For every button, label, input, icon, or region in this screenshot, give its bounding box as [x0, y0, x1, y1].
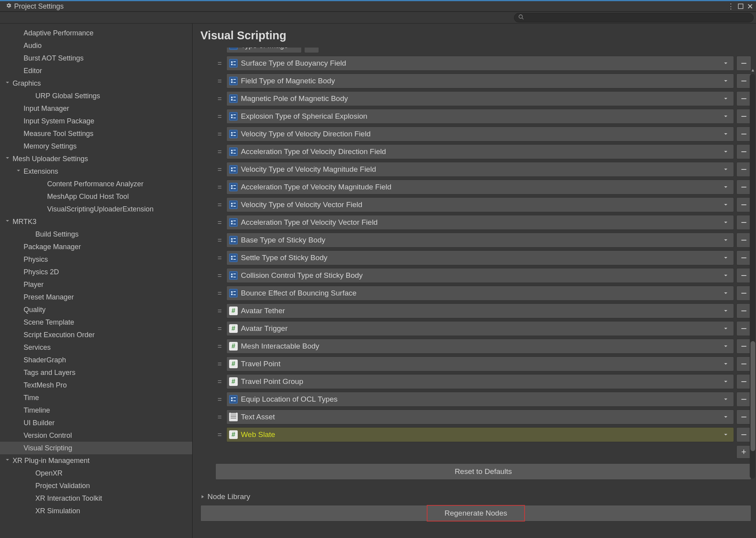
- sidebar-item[interactable]: Adaptive Performance: [0, 27, 192, 39]
- sidebar-item[interactable]: OpenXR: [0, 467, 192, 479]
- node-library-foldout[interactable]: Node Library: [200, 492, 751, 501]
- remove-button[interactable]: −: [736, 427, 751, 442]
- type-select[interactable]: Velocity Type of Velocity Direction Fiel…: [226, 127, 734, 141]
- type-select[interactable]: #Web Slate: [226, 427, 734, 442]
- sidebar-item[interactable]: Physics: [0, 253, 192, 266]
- type-select[interactable]: Equip Location of OCL Types: [226, 392, 734, 407]
- type-select[interactable]: Text Asset: [226, 409, 734, 424]
- regenerate-nodes-button[interactable]: Regenerate Nodes: [200, 505, 751, 521]
- type-select[interactable]: Magnetic Pole of Magnetic Body: [226, 91, 734, 106]
- drag-handle-icon[interactable]: =: [215, 148, 224, 156]
- window-tab[interactable]: Project Settings: [2, 1, 67, 11]
- sidebar-item[interactable]: Quality: [0, 303, 192, 316]
- type-select[interactable]: Base Type of Sticky Body: [226, 233, 734, 248]
- sidebar-item[interactable]: Memory Settings: [0, 140, 192, 152]
- sidebar-item[interactable]: XR Plug-in Management: [0, 454, 192, 467]
- type-select[interactable]: Acceleration Type of Velocity Direction …: [226, 144, 734, 159]
- sidebar-item[interactable]: Player: [0, 278, 192, 291]
- sidebar-item[interactable]: TextMesh Pro: [0, 379, 192, 391]
- remove-button[interactable]: −: [736, 374, 751, 389]
- sidebar-item[interactable]: Mesh Uploader Settings: [0, 152, 192, 165]
- sidebar-item[interactable]: Extensions: [0, 165, 192, 178]
- vertical-scrollbar[interactable]: ▲: [750, 74, 756, 479]
- sidebar-item[interactable]: Build Settings: [0, 228, 192, 241]
- remove-button[interactable]: −: [736, 180, 751, 195]
- sidebar-item[interactable]: VisualScriptingUploaderExtension: [0, 203, 192, 215]
- type-select[interactable]: Acceleration Type of Velocity Vector Fie…: [226, 215, 734, 230]
- sidebar-item[interactable]: UI Builder: [0, 417, 192, 429]
- type-select[interactable]: Field Type of Magnetic Body: [226, 73, 734, 88]
- sidebar-item[interactable]: Editor: [0, 64, 192, 77]
- type-select[interactable]: #Avatar Tether: [226, 303, 734, 318]
- reset-defaults-button[interactable]: Reset to Defaults: [215, 463, 751, 480]
- sidebar-item[interactable]: XR Simulation: [0, 505, 192, 517]
- sidebar-item[interactable]: MeshApp Cloud Host Tool: [0, 190, 192, 203]
- add-button[interactable]: +: [736, 445, 751, 459]
- sidebar-item[interactable]: Version Control: [0, 429, 192, 442]
- sidebar-item[interactable]: MRTK3: [0, 215, 192, 228]
- sidebar-item[interactable]: Preset Manager: [0, 291, 192, 303]
- drag-handle-icon[interactable]: =: [215, 236, 224, 244]
- drag-handle-icon[interactable]: =: [215, 342, 224, 351]
- sidebar-item[interactable]: Package Manager: [0, 241, 192, 253]
- type-select[interactable]: #Mesh Interactable Body: [226, 339, 734, 354]
- drag-handle-icon[interactable]: =: [215, 165, 224, 174]
- remove-button[interactable]: −: [736, 109, 751, 124]
- type-select[interactable]: Bounce Effect of Bouncing Surface: [226, 286, 734, 301]
- sidebar-item[interactable]: ShaderGraph: [0, 354, 192, 366]
- remove-button[interactable]: −: [736, 303, 751, 318]
- type-select[interactable]: Surface Type of Buoyancy Field: [226, 56, 734, 71]
- remove-button[interactable]: −: [304, 48, 319, 53]
- type-select[interactable]: #Avatar Trigger: [226, 321, 734, 336]
- drag-handle-icon[interactable]: =: [215, 431, 224, 439]
- type-select[interactable]: Explosion Type of Spherical Explosion: [226, 109, 734, 124]
- remove-button[interactable]: −: [736, 321, 751, 336]
- triangle-down-icon[interactable]: [6, 156, 11, 162]
- triangle-down-icon[interactable]: [6, 458, 11, 463]
- drag-handle-icon[interactable]: =: [215, 201, 224, 209]
- type-select[interactable]: Settle Type of Sticky Body: [226, 250, 734, 265]
- sidebar-item[interactable]: Project Validation: [0, 479, 192, 492]
- maximize-icon[interactable]: [737, 3, 744, 10]
- sidebar-item[interactable]: Services: [0, 341, 192, 354]
- drag-handle-icon[interactable]: =: [215, 48, 224, 50]
- remove-button[interactable]: −: [736, 215, 751, 230]
- type-select[interactable]: #Travel Point Group: [226, 374, 734, 389]
- triangle-down-icon[interactable]: [17, 169, 22, 174]
- remove-button[interactable]: −: [736, 356, 751, 371]
- remove-button[interactable]: −: [736, 268, 751, 283]
- remove-button[interactable]: −: [736, 250, 751, 265]
- drag-handle-icon[interactable]: =: [215, 395, 224, 404]
- sidebar-item[interactable]: Script Execution Order: [0, 329, 192, 341]
- sidebar-item[interactable]: Graphics: [0, 77, 192, 90]
- triangle-down-icon[interactable]: [6, 81, 11, 86]
- drag-handle-icon[interactable]: =: [215, 289, 224, 297]
- sidebar-item[interactable]: Audio: [0, 39, 192, 52]
- type-select[interactable]: Velocity Type of Velocity Magnitude Fiel…: [226, 162, 734, 177]
- scroll-up-icon[interactable]: ▲: [750, 68, 755, 73]
- remove-button[interactable]: −: [736, 409, 751, 424]
- drag-handle-icon[interactable]: =: [215, 112, 224, 121]
- close-icon[interactable]: [747, 3, 754, 10]
- sidebar-item[interactable]: Scene Template: [0, 316, 192, 329]
- remove-button[interactable]: −: [736, 233, 751, 248]
- drag-handle-icon[interactable]: =: [215, 378, 224, 386]
- remove-button[interactable]: −: [736, 392, 751, 407]
- window-menu-icon[interactable]: ⋮: [727, 2, 735, 11]
- remove-button[interactable]: −: [736, 339, 751, 354]
- search-field[interactable]: [526, 14, 749, 21]
- search-input[interactable]: [514, 13, 754, 22]
- scrollbar-thumb[interactable]: [750, 341, 755, 451]
- sidebar-item[interactable]: Burst AOT Settings: [0, 52, 192, 64]
- sidebar-item[interactable]: URP Global Settings: [0, 90, 192, 102]
- drag-handle-icon[interactable]: =: [215, 325, 224, 333]
- type-select[interactable]: Velocity Type of Velocity Vector Field: [226, 197, 734, 212]
- drag-handle-icon[interactable]: =: [215, 77, 224, 85]
- sidebar-item[interactable]: Input Manager: [0, 102, 192, 115]
- remove-button[interactable]: −: [736, 197, 751, 212]
- sidebar-item[interactable]: Time: [0, 391, 192, 404]
- drag-handle-icon[interactable]: =: [215, 360, 224, 368]
- remove-button[interactable]: −: [736, 73, 751, 88]
- drag-handle-icon[interactable]: =: [215, 219, 224, 227]
- type-select[interactable]: Type of Image: [226, 48, 302, 53]
